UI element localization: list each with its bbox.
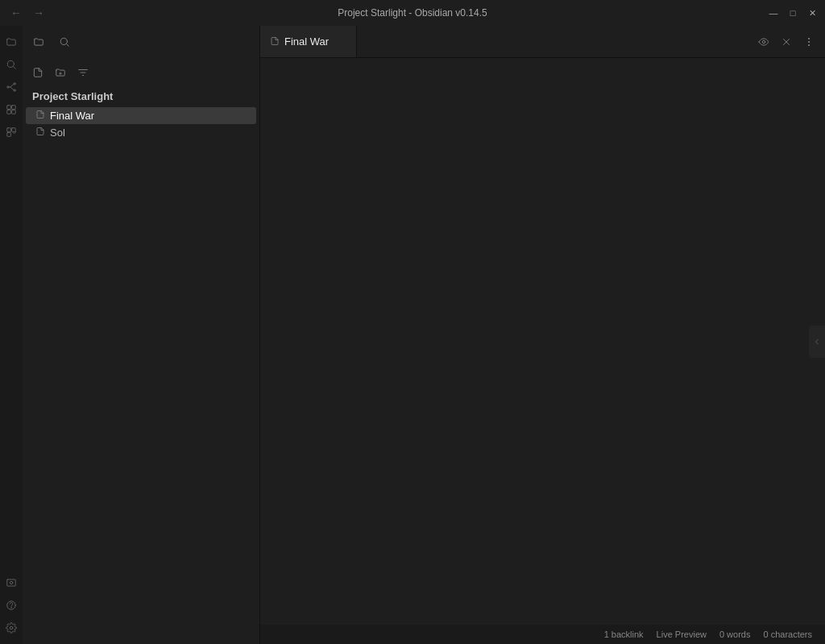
back-button[interactable]: ← — [6, 3, 26, 23]
title-bar: ← → Project Starlight - Obsidian v0.14.5… — [0, 0, 825, 26]
forward-button[interactable]: → — [29, 3, 48, 23]
close-tab-button[interactable] — [777, 32, 796, 52]
file-list: Final WarSol — [23, 107, 259, 141]
svg-point-20 — [808, 45, 809, 46]
svg-point-14 — [11, 608, 12, 609]
tab-final-war[interactable]: Final War — [260, 26, 357, 57]
sidebar-header — [23, 26, 259, 58]
settings-icon[interactable] — [2, 618, 21, 638]
svg-rect-7 — [12, 110, 16, 114]
tab-bar: Final War — [260, 26, 825, 58]
svg-rect-8 — [7, 128, 11, 132]
reading-view-button[interactable] — [754, 32, 773, 52]
activity-bar — [0, 26, 23, 644]
sidebar-item-final-war[interactable]: Final War — [26, 107, 256, 124]
new-note-button[interactable] — [29, 64, 47, 81]
publish-icon[interactable] — [2, 573, 21, 592]
folder-icon[interactable] — [2, 32, 21, 52]
backlinks-status[interactable]: 1 backlink — [604, 629, 644, 639]
help-icon[interactable] — [2, 596, 21, 615]
window-title: Project Starlight - Obsidian v0.14.5 — [338, 7, 487, 19]
svg-point-16 — [60, 38, 67, 44]
file-label: Sol — [50, 127, 65, 139]
svg-point-19 — [808, 41, 809, 42]
svg-rect-10 — [7, 133, 11, 137]
nav-controls: ← → — [6, 3, 48, 23]
svg-rect-9 — [12, 128, 16, 132]
collapse-panel-button[interactable] — [809, 326, 825, 358]
tab-title: Final War — [284, 35, 329, 48]
tab-actions — [748, 26, 825, 58]
svg-point-17 — [762, 40, 765, 44]
starred-icon[interactable] — [2, 123, 21, 142]
tab-file-icon — [270, 36, 280, 48]
file-label: Final War — [50, 110, 94, 122]
words-status: 0 words — [719, 629, 751, 639]
svg-point-12 — [10, 581, 13, 584]
maximize-button[interactable]: □ — [786, 6, 799, 19]
close-button[interactable]: ✕ — [806, 6, 819, 19]
svg-rect-6 — [7, 110, 11, 114]
vault-title: Project Starlight — [23, 87, 259, 107]
file-icon — [35, 127, 45, 139]
search-icon[interactable] — [2, 55, 21, 74]
graph-icon[interactable] — [2, 77, 21, 97]
characters-status: 0 characters — [763, 629, 812, 639]
editor-area[interactable] — [260, 58, 825, 625]
file-icon — [35, 110, 45, 122]
new-folder-button[interactable] — [52, 64, 69, 81]
app-body: Project Starlight Final WarSol Final War — [0, 26, 825, 644]
main-area: Final War 1 backlink Live — [260, 26, 825, 644]
sort-button[interactable] — [74, 64, 92, 81]
more-options-button[interactable] — [799, 32, 819, 52]
window-controls: — □ ✕ — [767, 6, 819, 19]
sidebar-search-button[interactable] — [55, 32, 74, 52]
sidebar: Project Starlight Final WarSol — [23, 26, 260, 644]
mode-status[interactable]: Live Preview — [657, 629, 707, 639]
svg-rect-4 — [7, 106, 11, 110]
status-bar: 1 backlink Live Preview 0 words 0 charac… — [260, 625, 825, 644]
open-folder-button[interactable] — [29, 32, 48, 52]
minimize-button[interactable]: — — [767, 6, 780, 19]
svg-rect-11 — [7, 580, 16, 586]
svg-point-18 — [808, 38, 809, 39]
svg-point-15 — [10, 626, 13, 629]
sidebar-item-sol[interactable]: Sol — [26, 124, 256, 141]
sidebar-toolbar — [23, 58, 259, 87]
svg-rect-5 — [12, 106, 16, 110]
tags-icon[interactable] — [2, 100, 21, 119]
svg-point-0 — [7, 60, 14, 67]
